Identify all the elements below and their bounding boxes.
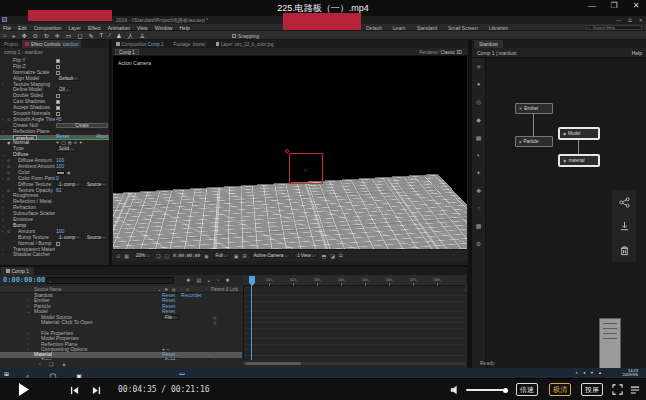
map-node-icon[interactable]: ▩ [476, 222, 482, 229]
column-source-name[interactable]: Source Name [34, 287, 62, 292]
tab-stardust[interactable]: Stardust [474, 40, 503, 48]
taskbar-app-after-effects[interactable] [179, 372, 185, 375]
taskbar-clock[interactable]: 14:23 2019/9/6 [622, 369, 638, 378]
dropdown[interactable]: 1. comp⌄ [56, 235, 82, 240]
dropdown[interactable]: 1 View⌄ [294, 253, 317, 258]
tray-icon[interactable]: ● [583, 370, 585, 375]
mask-visibility-icon[interactable]: ❏ [156, 253, 160, 259]
sphere-node-icon[interactable]: ◐ [477, 152, 481, 158]
magnifier-icon[interactable]: ⊙ [116, 253, 120, 259]
playlist-icon[interactable] [630, 385, 640, 395]
playhead-marker[interactable] [249, 276, 255, 283]
region-of-interest-icon[interactable]: ◱ [164, 253, 169, 259]
reset-link[interactable]: Reset [56, 134, 69, 140]
current-timecode[interactable]: 0:00:00:00 [3, 276, 45, 284]
next-button[interactable] [92, 386, 101, 395]
timeline-zoom-icon[interactable]: ◔ [38, 361, 41, 367]
minimize-button[interactable]: — [586, 1, 598, 10]
taskbar-app-app-red[interactable] [159, 372, 165, 374]
viewport-timecode[interactable]: 0:00:00:00 [173, 253, 200, 258]
tab-comp-1[interactable]: Comp 1 [1, 267, 34, 275]
tray-icon[interactable]: ▲ [598, 370, 602, 375]
ae-close-button[interactable]: ✕ [639, 17, 643, 24]
orbit-node-icon[interactable]: ○ [477, 205, 481, 211]
download-icon[interactable] [619, 221, 630, 232]
camera-icon[interactable]: ◉ [204, 253, 208, 259]
scrollbar-handle[interactable] [245, 362, 301, 365]
effect-row[interactable]: ›Shadow Catcher [0, 252, 109, 258]
fullscreen-icon[interactable] [612, 384, 623, 395]
maximize-button[interactable]: ❐ [608, 1, 620, 10]
search-help-input[interactable]: ⌕ Search Help [586, 25, 642, 30]
dropdown[interactable]: Solid⌄ [162, 358, 182, 360]
node-emitter[interactable]: ✳ Emitter [515, 103, 553, 114]
dropdown[interactable]: Default⌄ [56, 76, 80, 81]
grid-node-icon[interactable]: ▦ [476, 134, 482, 141]
dropdown[interactable]: Active Camera⌄ [251, 253, 290, 258]
about-link[interactable]: About [96, 134, 108, 140]
timeline-toolbar-icon[interactable]: ✱ [225, 277, 229, 283]
previous-button[interactable] [70, 386, 79, 395]
checkbox[interactable] [56, 59, 60, 63]
fast-previews-icon[interactable]: ◪ [330, 253, 335, 259]
checkbox[interactable] [56, 71, 60, 75]
node-material[interactable]: ◉ material [559, 155, 599, 166]
dropdown[interactable]: Full⌄ [213, 253, 230, 258]
start-button[interactable]: ⊞ [4, 370, 9, 377]
keyframe-track-area[interactable] [243, 286, 465, 360]
video-frame[interactable]: 2019 - \\Standard\Project\电路板\aa.aep * —… [0, 16, 646, 378]
tab-project[interactable]: Project [0, 42, 22, 47]
tray-icon[interactable]: ∧ [575, 370, 578, 375]
timeline-horizontal-scrollbar[interactable] [243, 362, 465, 365]
tray-icon[interactable]: ♥ [591, 370, 593, 375]
emitter-node-icon[interactable]: ✳ [476, 63, 481, 70]
taskbar-app-file-explorer[interactable] [99, 372, 105, 374]
close-button[interactable]: ✕ [630, 1, 642, 10]
renderer-info[interactable]: Renderer: Classic 3D [419, 50, 462, 55]
transparency-grid-icon[interactable]: ▣ [234, 253, 239, 259]
tab-footage[interactable]: Footage: (none) [174, 42, 206, 47]
time-ruler[interactable]: 01s02s03s04s05s06s07s08s [243, 275, 465, 286]
checkbox[interactable] [56, 242, 60, 246]
grid-guides-icon[interactable]: ⊞ [243, 253, 247, 259]
volume-knob[interactable] [503, 388, 508, 393]
snapping-checkbox[interactable] [232, 34, 236, 38]
tab-layer[interactable]: Layer: circ_22_b_color.jpg [216, 42, 274, 47]
dropdown[interactable]: Source⌄ [84, 235, 108, 240]
replica-node-icon[interactable]: ◎ [476, 98, 481, 105]
column-parent-link[interactable]: Parent & Link [211, 287, 238, 292]
play-button[interactable] [18, 383, 29, 396]
star-node-icon[interactable]: ✦ [476, 169, 481, 176]
model-node-icon[interactable]: ◆ [476, 116, 481, 123]
viewport[interactable]: Action Camera + [113, 56, 467, 249]
speed-button[interactable]: 倍速 [516, 383, 538, 396]
timeline-zoom-icon[interactable]: ▲ [62, 361, 67, 367]
taskbar-app-photos-app[interactable] [119, 372, 125, 374]
dropdown[interactable]: 20%⌄ [133, 253, 152, 258]
help-link[interactable]: Help [632, 48, 642, 58]
node-graph-canvas[interactable]: ✳●◎◆▦◐✦✚○▩⚙ ✳ Emitter ● Particle ◆ Model… [472, 58, 646, 368]
timeline-row[interactable]: TypeSolid⌄◎ [0, 358, 242, 360]
flowchart-icon[interactable]: ⧉ [339, 252, 343, 259]
volume-slider[interactable] [466, 389, 506, 391]
taskbar-app-app-blue[interactable] [139, 372, 145, 374]
checkbox[interactable] [56, 65, 60, 69]
timeline-search-input[interactable]: ⌕ [46, 277, 174, 284]
twirl-icon[interactable]: › [2, 252, 7, 258]
force-node-icon[interactable]: ✚ [476, 187, 481, 194]
comp-chip[interactable]: Comp 1 [115, 49, 139, 55]
snapping-toggle[interactable]: Snapping [232, 33, 259, 39]
ae-minimize-button[interactable]: — [616, 17, 621, 24]
layer-selection-box[interactable]: + [289, 153, 323, 184]
tab-effect-controls[interactable]: Effect Controls stardust [22, 40, 81, 48]
dropdown[interactable]: Source⌄ [84, 182, 108, 187]
dropdown[interactable]: Solid⌄ [56, 147, 76, 152]
constant-icon[interactable]: ◎ [213, 358, 217, 360]
particle-node-icon[interactable]: ● [477, 81, 481, 87]
checkbox[interactable] [56, 106, 60, 110]
timeline-toolbar-icon[interactable]: ◒ [207, 277, 210, 283]
ae-restore-button[interactable]: ⧉ [628, 17, 632, 24]
timeline-toolbar-icon[interactable]: ❖ [186, 277, 190, 283]
grid-icon[interactable]: ▦ [124, 253, 129, 259]
quality-button[interactable]: 极清 [549, 383, 571, 396]
